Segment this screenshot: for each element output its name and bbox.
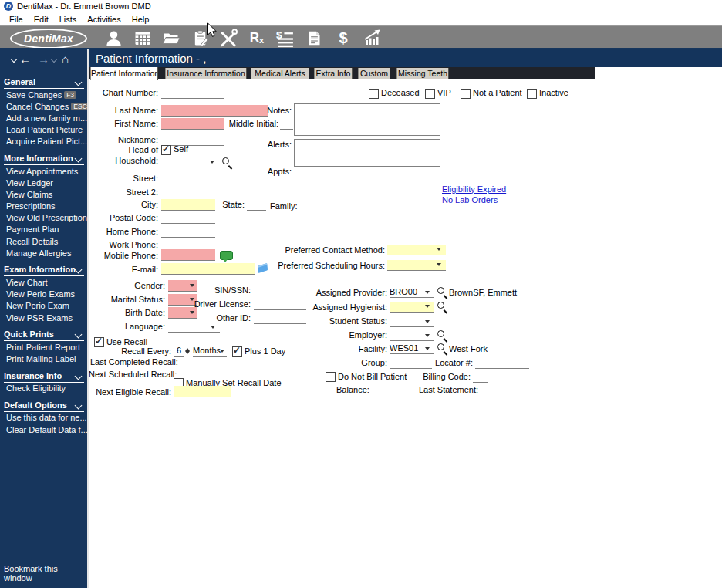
use-recall-checkbox[interactable] bbox=[94, 337, 104, 347]
billing-code-input[interactable] bbox=[473, 372, 488, 383]
sidebar-splitter[interactable] bbox=[87, 49, 89, 588]
recall-every-input[interactable]: 6 bbox=[174, 346, 184, 357]
eligibility-expired-link[interactable]: Eligibility Expired bbox=[442, 184, 506, 194]
sidebar-item-acquire-patient-picture[interactable]: Acquire Patient Pict... bbox=[4, 136, 84, 147]
sidebar-item-view-appointments[interactable]: View Appointments bbox=[4, 165, 84, 177]
inactive-checkbox[interactable] bbox=[527, 89, 537, 99]
tab-extra-info[interactable]: Extra Info bbox=[314, 68, 353, 79]
home-icon[interactable]: ⌂ bbox=[62, 53, 69, 66]
section-header-insurance-info[interactable]: Insurance Info bbox=[4, 369, 84, 383]
payments-dollar-icon[interactable]: $ bbox=[333, 28, 353, 48]
menu-lists[interactable]: Lists bbox=[54, 15, 83, 24]
reports-chart-icon[interactable] bbox=[363, 28, 383, 48]
dental-tools-icon[interactable] bbox=[218, 28, 238, 48]
mobile-phone-input[interactable] bbox=[161, 249, 215, 261]
tab-patient-information[interactable]: Patient Information bbox=[90, 67, 158, 80]
tab-missing-teeth[interactable]: Missing Teeth bbox=[396, 68, 449, 79]
no-lab-orders-link[interactable]: No Lab Orders bbox=[442, 195, 498, 204]
postal-code-input[interactable] bbox=[161, 213, 215, 224]
menu-file[interactable]: File bbox=[4, 15, 29, 24]
middle-initial-input[interactable] bbox=[280, 119, 293, 130]
section-header-general[interactable]: General bbox=[4, 75, 84, 89]
send-email-icon[interactable] bbox=[258, 263, 268, 273]
sidebar-item-view-claims[interactable]: View Claims bbox=[4, 188, 84, 200]
patient-icon[interactable] bbox=[103, 28, 123, 48]
dropdown-arrow-icon[interactable] bbox=[220, 350, 224, 355]
chevron-down-icon[interactable] bbox=[11, 56, 17, 63]
search-magnifier-icon[interactable] bbox=[437, 302, 448, 313]
sidebar-item-view-psr-exams[interactable]: View PSR Exams bbox=[4, 312, 84, 323]
fee-list-icon[interactable]: $ bbox=[275, 28, 295, 48]
dropdown-arrow-icon[interactable] bbox=[425, 320, 430, 326]
tab-insurance-information[interactable]: Insurance Information bbox=[165, 68, 247, 79]
other-id-input[interactable] bbox=[254, 313, 306, 324]
not-a-patient-checkbox[interactable] bbox=[461, 89, 471, 99]
section-header-default-options[interactable]: Default Options bbox=[4, 398, 84, 412]
back-arrow-icon[interactable]: ← bbox=[19, 53, 31, 66]
sidebar-item-add-family-member[interactable]: Add a new family m... bbox=[4, 112, 84, 123]
locator-input[interactable] bbox=[475, 358, 529, 369]
street-input[interactable] bbox=[161, 174, 266, 184]
sidebar-item-print-patient-report[interactable]: Print Patient Report bbox=[4, 341, 84, 353]
section-header-exam-information[interactable]: Exam Information bbox=[4, 262, 84, 276]
dropdown-arrow-icon[interactable] bbox=[425, 305, 430, 310]
plus-one-day-checkbox[interactable] bbox=[232, 346, 242, 357]
search-magnifier-icon[interactable] bbox=[437, 330, 448, 341]
dropdown-arrow-icon[interactable] bbox=[437, 263, 441, 269]
sin-ssn-input[interactable] bbox=[254, 286, 306, 296]
bookmark-this-window[interactable]: Bookmark this window bbox=[4, 564, 87, 583]
state-input[interactable] bbox=[247, 200, 266, 211]
sidebar-item-prescriptions[interactable]: Prescriptions bbox=[4, 201, 84, 212]
search-magnifier-icon[interactable] bbox=[222, 157, 233, 168]
sidebar-item-view-ledger[interactable]: View Ledger bbox=[4, 177, 84, 188]
dropdown-arrow-icon[interactable] bbox=[437, 248, 441, 253]
section-header-more-information[interactable]: More Information bbox=[4, 151, 84, 165]
street2-input[interactable] bbox=[161, 188, 266, 198]
search-magnifier-icon[interactable] bbox=[437, 343, 448, 354]
spinner-up-down-icon[interactable] bbox=[184, 346, 191, 356]
sidebar-item-cancel-changes[interactable]: Cancel ChangesESC bbox=[4, 100, 84, 112]
menu-activities[interactable]: Activities bbox=[82, 15, 126, 24]
folder-icon[interactable] bbox=[161, 28, 181, 48]
sidebar-item-new-perio-exam[interactable]: New Perio Exam bbox=[4, 300, 84, 312]
home-phone-input[interactable] bbox=[161, 227, 215, 238]
sidebar-item-check-eligibility[interactable]: Check Eligibility bbox=[4, 383, 84, 394]
menu-help[interactable]: Help bbox=[127, 15, 155, 24]
dropdown-arrow-icon[interactable] bbox=[425, 291, 430, 296]
sidebar-item-print-mailing-label[interactable]: Print Mailing Label bbox=[4, 353, 84, 364]
schedule-icon[interactable] bbox=[133, 28, 153, 48]
sms-chat-icon[interactable] bbox=[220, 251, 233, 260]
sidebar-item-view-old-prescriptions[interactable]: View Old Prescriptions bbox=[4, 212, 84, 224]
driver-license-input[interactable] bbox=[254, 299, 306, 310]
tab-medical-alerts[interactable]: Medical Alerts bbox=[251, 68, 309, 79]
city-input[interactable] bbox=[161, 199, 215, 211]
dropdown-arrow-icon[interactable] bbox=[425, 334, 430, 340]
dropdown-arrow-icon[interactable] bbox=[211, 326, 215, 331]
tab-custom[interactable]: Custom bbox=[358, 68, 390, 79]
sidebar-item-payment-plan[interactable]: Payment Plan bbox=[4, 224, 84, 235]
vip-checkbox[interactable] bbox=[425, 89, 435, 99]
first-name-input[interactable] bbox=[161, 118, 224, 130]
last-name-input[interactable] bbox=[161, 105, 268, 117]
sidebar-item-clear-default-data[interactable]: Clear Default Data f... bbox=[4, 424, 84, 435]
sidebar-item-manage-allergies[interactable]: Manage Allergies bbox=[4, 247, 84, 259]
chart-number-input[interactable] bbox=[161, 88, 224, 99]
self-checkbox[interactable] bbox=[161, 145, 171, 155]
do-not-bill-checkbox[interactable] bbox=[326, 372, 336, 382]
group-input[interactable] bbox=[390, 358, 432, 369]
prescriptions-rx-icon[interactable]: Rx bbox=[247, 28, 267, 48]
dropdown-arrow-icon[interactable] bbox=[190, 311, 194, 316]
alerts-textarea[interactable] bbox=[294, 139, 440, 167]
sidebar-item-load-patient-picture[interactable]: Load Patient Picture bbox=[4, 124, 84, 136]
sidebar-item-recall-details[interactable]: Recall Details bbox=[4, 235, 84, 247]
section-header-quick-prints[interactable]: Quick Prints bbox=[4, 327, 84, 341]
dropdown-arrow-icon[interactable] bbox=[210, 161, 214, 166]
forward-arrow-icon[interactable]: → bbox=[38, 53, 49, 66]
deceased-checkbox[interactable] bbox=[369, 89, 379, 99]
menu-edit[interactable]: Edit bbox=[29, 15, 54, 24]
notes-textarea[interactable] bbox=[294, 103, 440, 136]
sidebar-item-use-data-for-new[interactable]: Use this data for ne... bbox=[4, 412, 84, 424]
email-input[interactable] bbox=[161, 263, 255, 275]
document-icon[interactable] bbox=[304, 28, 324, 48]
sidebar-item-view-chart[interactable]: View Chart bbox=[4, 276, 84, 288]
